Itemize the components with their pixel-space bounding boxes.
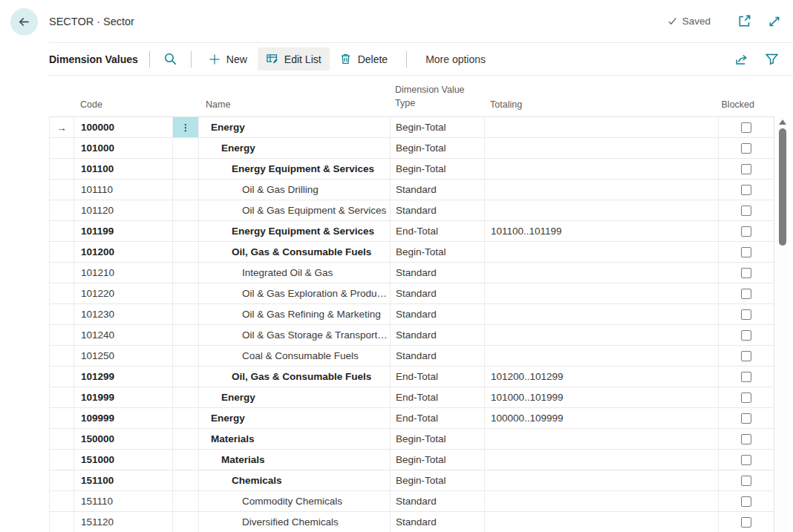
type-cell[interactable]: Begin-Total — [391, 117, 485, 137]
table-row[interactable]: 109999EnergyEnd-Total100000..109999 — [50, 408, 774, 429]
type-cell[interactable]: Standard — [391, 304, 485, 324]
row-selector-cell[interactable] — [50, 387, 74, 407]
code-cell[interactable]: 101210 — [74, 263, 173, 283]
row-context-menu-cell[interactable] — [173, 512, 199, 532]
blocked-checkbox[interactable] — [741, 351, 751, 361]
blocked-checkbox[interactable] — [741, 226, 751, 237]
row-selector-cell[interactable] — [50, 263, 74, 283]
row-selector-cell[interactable] — [50, 367, 74, 387]
totaling-cell[interactable] — [485, 304, 719, 324]
row-context-menu-cell[interactable] — [173, 470, 199, 490]
type-cell[interactable]: Begin-Total — [391, 242, 485, 262]
type-cell[interactable]: Begin-Total — [391, 470, 485, 490]
totaling-cell[interactable]: 101100..101199 — [485, 221, 719, 241]
name-cell[interactable]: Commodity Chemicals — [199, 491, 391, 511]
code-cell[interactable]: 101230 — [74, 304, 173, 324]
type-column-header[interactable]: Dimension Value Type — [390, 84, 484, 116]
name-cell[interactable]: Oil, Gas & Consumable Fuels — [199, 242, 391, 262]
blocked-checkbox[interactable] — [741, 206, 751, 216]
row-context-menu-cell[interactable] — [173, 450, 199, 470]
table-row[interactable]: 101240Oil & Gas Storage & Transportati..… — [50, 325, 774, 346]
code-cell[interactable]: 100000 — [74, 117, 173, 137]
table-row[interactable]: 101000EnergyBegin-Total — [50, 138, 774, 159]
row-context-menu-cell[interactable] — [173, 283, 199, 303]
code-cell[interactable]: 101110 — [74, 180, 173, 200]
totaling-cell[interactable] — [485, 180, 719, 200]
row-selector-cell[interactable] — [50, 346, 74, 366]
code-cell[interactable]: 101999 — [74, 387, 173, 407]
table-row[interactable]: 151120Diversified ChemicalsStandard — [50, 512, 774, 532]
type-cell[interactable]: End-Total — [391, 387, 485, 407]
row-selector-cell[interactable] — [50, 429, 74, 449]
name-cell[interactable]: Materials — [199, 429, 391, 449]
open-in-new-window-button[interactable] — [737, 14, 751, 28]
blocked-checkbox[interactable] — [741, 393, 751, 403]
type-cell[interactable]: Begin-Total — [391, 429, 485, 449]
totaling-cell[interactable] — [485, 470, 719, 490]
blocked-checkbox[interactable] — [741, 330, 751, 341]
row-selector-cell[interactable] — [50, 200, 74, 220]
totaling-cell[interactable] — [485, 117, 719, 137]
type-cell[interactable]: Standard — [391, 180, 485, 200]
table-row[interactable]: 101120Oil & Gas Equipment & ServicesStan… — [50, 200, 774, 221]
blocked-checkbox[interactable] — [741, 122, 751, 133]
code-cell[interactable]: 101250 — [74, 346, 173, 366]
blocked-checkbox[interactable] — [741, 185, 751, 195]
table-row[interactable]: →100000⋮EnergyBegin-Total — [50, 117, 774, 138]
name-cell[interactable]: Energy — [199, 138, 391, 158]
name-cell[interactable]: Oil & Gas Exploration & Producti... — [199, 283, 391, 303]
row-context-menu-cell[interactable] — [173, 200, 199, 220]
type-cell[interactable]: Standard — [391, 283, 485, 303]
row-selector-cell[interactable] — [50, 304, 74, 324]
totaling-cell[interactable] — [485, 429, 719, 449]
totaling-cell[interactable] — [485, 263, 719, 283]
name-cell[interactable]: Chemicals — [199, 470, 391, 490]
row-selector-cell[interactable]: → — [50, 117, 74, 137]
more-options-button[interactable]: More options — [417, 48, 494, 70]
totaling-cell[interactable] — [485, 512, 719, 532]
row-context-menu-cell[interactable] — [173, 221, 199, 241]
table-row[interactable]: 151000MaterialsBegin-Total — [50, 450, 774, 470]
totaling-column-header[interactable]: Totaling — [484, 99, 718, 116]
totaling-cell[interactable] — [485, 491, 719, 511]
name-cell[interactable]: Oil & Gas Storage & Transportati... — [199, 325, 391, 345]
edit-list-button[interactable]: Edit List — [258, 47, 330, 70]
row-selector-cell[interactable] — [50, 470, 74, 490]
name-cell[interactable]: Energy — [199, 117, 391, 137]
code-cell[interactable]: 101100 — [74, 159, 173, 179]
filter-button[interactable] — [765, 52, 779, 66]
name-cell[interactable]: Oil & Gas Refining & Marketing — [199, 304, 391, 324]
vertical-ellipsis-icon[interactable]: ⋮ — [181, 122, 190, 133]
totaling-cell[interactable] — [485, 283, 719, 303]
table-row[interactable]: 151100ChemicalsBegin-Total — [50, 470, 774, 491]
vertical-scrollbar[interactable] — [777, 116, 789, 532]
row-context-menu-cell[interactable] — [173, 159, 199, 179]
search-button[interactable] — [157, 47, 184, 71]
code-cell[interactable]: 101000 — [74, 138, 173, 158]
type-cell[interactable]: Standard — [391, 263, 485, 283]
blocked-checkbox[interactable] — [741, 309, 751, 320]
new-button[interactable]: New — [200, 48, 255, 70]
row-context-menu-cell[interactable] — [173, 138, 199, 158]
type-cell[interactable]: End-Total — [391, 221, 485, 241]
table-row[interactable]: 101220Oil & Gas Exploration & Producti..… — [50, 283, 774, 304]
blocked-checkbox[interactable] — [741, 476, 751, 486]
name-cell[interactable]: Oil, Gas & Consumable Fuels — [199, 367, 391, 387]
totaling-cell[interactable] — [485, 138, 719, 158]
totaling-cell[interactable] — [485, 159, 719, 179]
row-selector-cell[interactable] — [50, 283, 74, 303]
table-row[interactable]: 101200Oil, Gas & Consumable FuelsBegin-T… — [50, 242, 774, 263]
blocked-checkbox[interactable] — [741, 413, 751, 424]
table-row[interactable]: 101199Energy Equipment & ServicesEnd-Tot… — [50, 221, 774, 242]
table-row[interactable]: 101100Energy Equipment & ServicesBegin-T… — [50, 159, 774, 180]
row-selector-cell[interactable] — [50, 159, 74, 179]
row-context-menu-cell[interactable] — [173, 387, 199, 407]
blocked-checkbox[interactable] — [741, 268, 751, 278]
totaling-cell[interactable]: 100000..109999 — [485, 408, 719, 428]
blocked-checkbox[interactable] — [741, 455, 751, 465]
name-cell[interactable]: Materials — [199, 450, 391, 470]
row-selector-cell[interactable] — [50, 180, 74, 200]
type-cell[interactable]: Standard — [391, 512, 485, 532]
code-cell[interactable]: 151000 — [74, 450, 173, 470]
code-cell[interactable]: 109999 — [74, 408, 173, 428]
